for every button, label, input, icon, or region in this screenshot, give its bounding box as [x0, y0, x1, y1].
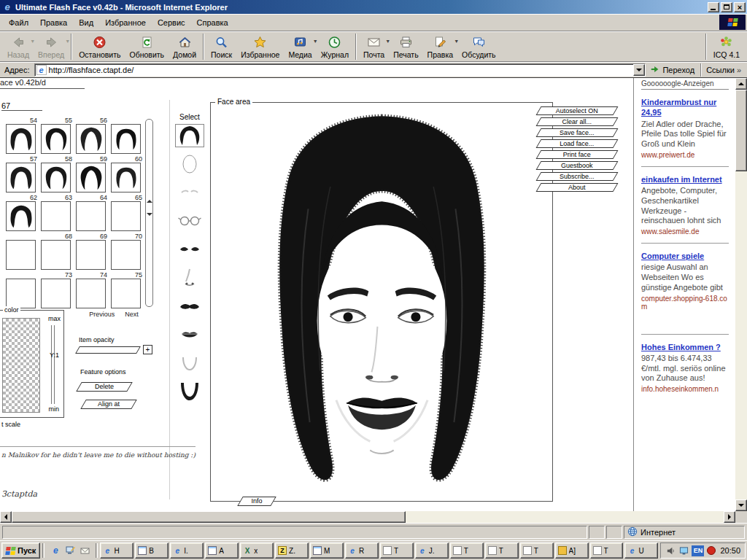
- guestbook-button[interactable]: Guestbook: [536, 161, 619, 170]
- feature-mustache-thumb[interactable]: [175, 295, 204, 318]
- language-indicator[interactable]: EN: [692, 545, 704, 556]
- quick-launch-ie-icon[interactable]: e: [50, 545, 61, 556]
- vertical-scrollbar[interactable]: [735, 78, 747, 511]
- item-number-field[interactable]: 67: [1, 101, 42, 111]
- hair-cell[interactable]: 62: [6, 194, 38, 232]
- taskbar-window-button[interactable]: T: [485, 542, 519, 559]
- hair-cell[interactable]: 60: [111, 155, 143, 193]
- menu-tools[interactable]: Сервис: [152, 16, 191, 29]
- back-button[interactable]: ▼ Назад: [3, 34, 34, 60]
- menu-file[interactable]: Файл: [3, 16, 34, 29]
- close-button[interactable]: ×: [734, 2, 746, 12]
- delete-button[interactable]: Delete: [76, 382, 133, 392]
- ad-title-link[interactable]: Kinderarmbrust nur 24,95: [641, 97, 729, 118]
- ad-url[interactable]: www.preiwert.de: [641, 151, 729, 159]
- align-at-button[interactable]: Align at: [80, 400, 137, 409]
- vertical-scroll-thumb[interactable]: [735, 90, 747, 171]
- ad-title-link[interactable]: Computer spiele: [641, 251, 729, 261]
- forward-dropdown-icon[interactable]: ▼: [65, 39, 70, 44]
- feature-face-thumb[interactable]: [175, 152, 204, 176]
- menu-view[interactable]: Вид: [73, 16, 99, 29]
- icq-button[interactable]: ICQ 4.1: [709, 34, 744, 60]
- address-url[interactable]: http://flashface.ctapt.de/: [49, 66, 634, 74]
- go-button[interactable]: Переход: [646, 64, 699, 76]
- feature-beard-thumb[interactable]: [175, 380, 204, 403]
- taskbar-window-button[interactable]: J.: [415, 542, 449, 559]
- forward-button[interactable]: ▼ Вперед: [34, 34, 69, 60]
- clear-all-button[interactable]: Clear all...: [536, 117, 619, 126]
- taskbar-window-button[interactable]: A]: [555, 542, 589, 559]
- menu-favorites[interactable]: Избранное: [99, 16, 152, 29]
- ad-url[interactable]: computer.shopping-618.com: [641, 295, 729, 311]
- print-face-button[interactable]: Print face: [536, 150, 619, 159]
- item-opacity-slider[interactable]: [75, 346, 141, 354]
- hair-cell[interactable]: 70: [111, 233, 143, 271]
- taskbar-window-button[interactable]: Z.: [275, 542, 309, 559]
- print-button[interactable]: Печать: [389, 34, 422, 60]
- antivirus-icon[interactable]: [707, 546, 716, 555]
- ad-title-link[interactable]: einkaufen im Internet: [641, 174, 729, 184]
- taskbar-window-button[interactable]: T: [380, 542, 414, 559]
- hair-cell[interactable]: 56: [76, 117, 108, 155]
- hair-cell[interactable]: 55: [41, 117, 73, 155]
- subscribe-button[interactable]: Subscribe...: [536, 172, 619, 181]
- scroll-left-button[interactable]: [0, 511, 12, 523]
- start-button[interactable]: Пуск: [1, 542, 40, 559]
- taskbar-window-button[interactable]: T: [450, 542, 484, 559]
- hair-cell[interactable]: 59: [76, 155, 108, 193]
- feature-eyes-thumb[interactable]: [175, 238, 204, 261]
- hair-cell[interactable]: 54: [6, 117, 38, 155]
- quick-launch-desktop-icon[interactable]: [64, 545, 76, 556]
- quick-launch-mail-icon[interactable]: [79, 545, 90, 556]
- composite-face-image[interactable]: [220, 106, 544, 496]
- color-picker-grid[interactable]: [2, 318, 40, 413]
- info-tab[interactable]: Info: [237, 497, 276, 506]
- taskbar-window-button[interactable]: B: [135, 542, 169, 559]
- ad-url[interactable]: info.hoheseinkommen.n: [641, 385, 729, 393]
- feature-glasses-thumb[interactable]: [175, 209, 204, 233]
- scroll-down-button[interactable]: [735, 499, 747, 511]
- taskbar-window-button[interactable]: T: [520, 542, 554, 559]
- hair-cell[interactable]: 63: [41, 194, 73, 232]
- mail-button[interactable]: ▼ Почта: [359, 34, 389, 60]
- next-label[interactable]: Next: [125, 311, 139, 318]
- media-button[interactable]: ▼ Медиа: [284, 34, 316, 60]
- hair-cell[interactable]: [6, 233, 38, 271]
- links-button[interactable]: Ссылки: [703, 66, 744, 74]
- feature-nose-thumb[interactable]: [175, 266, 204, 289]
- ad-url[interactable]: www.salesmile.de: [641, 228, 729, 236]
- feature-eyebrows-thumb[interactable]: [175, 181, 204, 204]
- next-arrow-icon[interactable]: [120, 302, 128, 309]
- color-value-slider[interactable]: [51, 325, 55, 404]
- hair-cell[interactable]: 68: [41, 233, 73, 271]
- opacity-plus-button[interactable]: +: [143, 345, 152, 354]
- scroll-up-button[interactable]: [735, 78, 747, 90]
- discuss-button[interactable]: Обсудить: [457, 34, 500, 60]
- feature-hair-thumb[interactable]: [175, 124, 204, 147]
- address-input[interactable]: e http://flashface.ctapt.de/: [34, 63, 646, 77]
- taskbar-window-button[interactable]: R: [345, 542, 379, 559]
- previous-arrow-icon[interactable]: [100, 302, 107, 309]
- taskbar-window-button[interactable]: x: [240, 542, 274, 559]
- hair-cell[interactable]: 65: [111, 194, 143, 232]
- save-face-button[interactable]: Save face...: [536, 128, 619, 137]
- hair-cell[interactable]: 73: [41, 271, 73, 309]
- about-button[interactable]: About: [536, 183, 619, 192]
- clock[interactable]: 20:50: [720, 546, 740, 555]
- maximize-button[interactable]: [721, 2, 732, 12]
- taskbar-window-button[interactable]: I.: [170, 542, 204, 559]
- hair-cell[interactable]: [111, 117, 143, 155]
- hair-cell[interactable]: 57: [6, 155, 38, 193]
- minimize-button[interactable]: [708, 2, 719, 12]
- favorites-button[interactable]: Избранное: [236, 34, 284, 60]
- taskbar-window-button[interactable]: U: [624, 542, 658, 559]
- taskbar-window-button[interactable]: H: [100, 542, 133, 559]
- stop-button[interactable]: Остановить: [74, 34, 125, 60]
- horizontal-scrollbar[interactable]: [0, 511, 747, 523]
- menu-help[interactable]: Справка: [191, 16, 234, 29]
- hair-cell[interactable]: 58: [41, 155, 73, 193]
- feature-chin-thumb[interactable]: [175, 351, 204, 375]
- ad-title-link[interactable]: Hohes Einkommen ?: [641, 342, 729, 352]
- edit-button[interactable]: ▼ Правка: [423, 34, 457, 60]
- previous-label[interactable]: Previous: [89, 311, 115, 318]
